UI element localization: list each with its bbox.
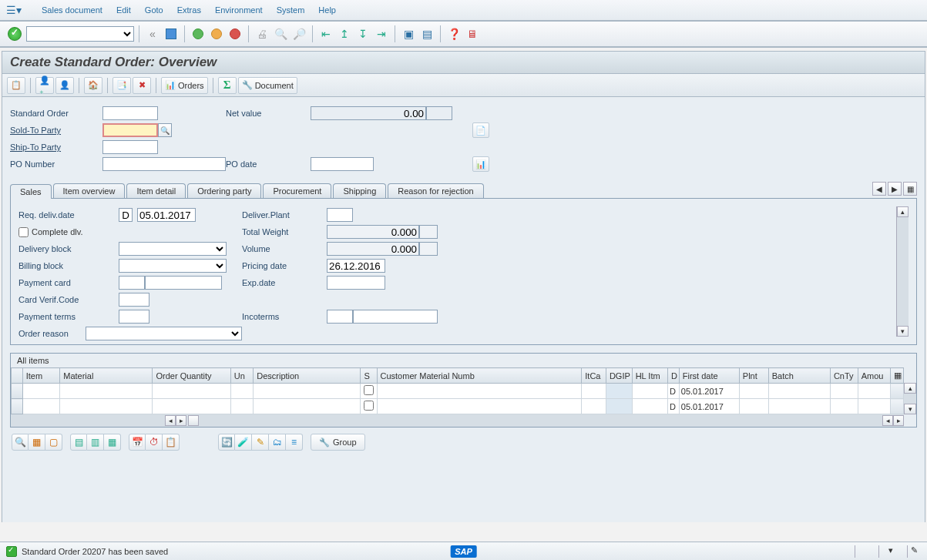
col-material[interactable]: Material bbox=[60, 368, 153, 384]
schedule3-icon[interactable]: 📋 bbox=[163, 434, 180, 451]
row-s-checkbox[interactable] bbox=[364, 385, 374, 395]
tab-prev-button[interactable]: ◀ bbox=[872, 182, 886, 196]
deselect-all-icon[interactable]: ▢ bbox=[45, 434, 62, 451]
hscroll-thumb[interactable] bbox=[188, 415, 199, 426]
ship-to-party-input[interactable] bbox=[102, 140, 158, 154]
config-item3-icon[interactable]: ▦ bbox=[104, 434, 121, 451]
tab-sales[interactable]: Sales bbox=[10, 184, 52, 199]
last-page-icon[interactable]: ⇥ bbox=[373, 25, 390, 42]
sold-to-search-button[interactable]: 🔍 bbox=[158, 123, 172, 137]
tab-item-detail[interactable]: Item detail bbox=[126, 183, 186, 198]
delivery-block-select[interactable] bbox=[119, 242, 227, 256]
hscroll-left[interactable]: ◂ bbox=[165, 415, 176, 426]
complete-dlv-checkbox[interactable] bbox=[18, 227, 29, 237]
create-doc-icon[interactable]: 📄 bbox=[472, 122, 489, 138]
back-icon[interactable] bbox=[190, 25, 207, 42]
tab-procurement[interactable]: Procurement bbox=[263, 183, 331, 198]
po-date-input[interactable] bbox=[311, 157, 374, 171]
col-amou[interactable]: Amou bbox=[858, 368, 890, 384]
req-deliv-type-input[interactable] bbox=[119, 208, 133, 222]
exp-date-input[interactable] bbox=[327, 276, 385, 290]
document-button[interactable]: 🔧 Document bbox=[238, 77, 297, 94]
group-button[interactable]: 🔧 Group bbox=[311, 434, 365, 451]
pricing-date-input[interactable] bbox=[327, 259, 385, 273]
vscroll-down[interactable]: ▾ bbox=[904, 404, 916, 414]
col-config-icon[interactable]: ▦ bbox=[890, 368, 903, 384]
payment-card-num-input[interactable] bbox=[145, 276, 222, 290]
status-right-1[interactable] bbox=[855, 545, 874, 558]
menu-help[interactable]: Help bbox=[318, 5, 336, 15]
table-row[interactable]: D 05.01.2017 bbox=[12, 399, 904, 414]
cancel-icon[interactable] bbox=[227, 25, 244, 42]
tab-item-overview[interactable]: Item overview bbox=[53, 183, 126, 198]
payment-terms-input[interactable] bbox=[119, 310, 149, 324]
col-custmat[interactable]: Customer Material Numb bbox=[377, 368, 582, 384]
hscroll-left2[interactable]: ◂ bbox=[882, 415, 893, 426]
row-s-checkbox[interactable] bbox=[364, 401, 374, 411]
po-number-input[interactable] bbox=[102, 157, 226, 171]
config-icon[interactable]: 📊 bbox=[472, 156, 489, 172]
menu-goto[interactable]: Goto bbox=[145, 5, 163, 15]
menu-icon[interactable]: ☰▾ bbox=[6, 4, 22, 16]
payment-card-type-input[interactable] bbox=[119, 276, 145, 290]
col-hlitm[interactable]: HL Itm bbox=[632, 368, 667, 384]
cond-icon[interactable]: 🧪 bbox=[235, 434, 252, 451]
status-right-3[interactable]: ✎ bbox=[907, 545, 921, 558]
table-row[interactable]: D 05.01.2017 bbox=[12, 384, 904, 399]
help-icon[interactable]: ❓ bbox=[445, 25, 462, 42]
col-qty[interactable]: Order Quantity bbox=[153, 368, 230, 384]
order-reason-select[interactable] bbox=[86, 327, 242, 340]
incoterms1-input[interactable] bbox=[327, 310, 353, 324]
tab-ordering-party[interactable]: Ordering party bbox=[187, 183, 261, 198]
req-deliv-date-input[interactable] bbox=[137, 208, 196, 222]
prev-page-icon[interactable]: ↥ bbox=[336, 25, 353, 42]
sold-to-party-input[interactable] bbox=[102, 123, 158, 137]
cond4-icon[interactable]: ≡ bbox=[286, 434, 303, 451]
cond2-icon[interactable]: ✎ bbox=[252, 434, 269, 451]
save-button[interactable] bbox=[163, 25, 180, 42]
orders-button[interactable]: 📊 Orders bbox=[161, 77, 208, 94]
config-item-icon[interactable]: ▤ bbox=[70, 434, 87, 451]
schedule-icon[interactable]: 📅 bbox=[129, 434, 146, 451]
sigma-button[interactable]: Σ bbox=[218, 77, 237, 94]
home-button[interactable]: 🏠 bbox=[84, 77, 102, 94]
display-doc-button[interactable]: 📋 bbox=[7, 77, 25, 94]
col-batch[interactable]: Batch bbox=[768, 368, 830, 384]
tab-reason-rejection[interactable]: Reason for rejection bbox=[388, 183, 483, 198]
layout-icon[interactable]: 🖥 bbox=[464, 25, 481, 42]
item-button[interactable]: 👤 bbox=[55, 77, 74, 94]
incoterms2-input[interactable] bbox=[353, 310, 438, 324]
hscroll-right2[interactable]: ▸ bbox=[893, 415, 904, 426]
schedule2-icon[interactable]: ⏱ bbox=[146, 434, 163, 451]
menu-system[interactable]: System bbox=[277, 5, 305, 15]
col-firstdate[interactable]: First date bbox=[679, 368, 739, 384]
config-item2-icon[interactable]: ▥ bbox=[87, 434, 104, 451]
propose-items-button[interactable]: 📑 bbox=[113, 77, 131, 94]
back-button[interactable]: « bbox=[144, 25, 161, 42]
card-verif-input[interactable] bbox=[119, 293, 149, 307]
detail-icon[interactable]: 🔍 bbox=[12, 434, 29, 451]
ship-to-party-label[interactable]: Ship-To Party bbox=[10, 143, 102, 152]
sold-to-party-label[interactable]: Sold-To Party bbox=[10, 126, 102, 135]
col-plnt[interactable]: Plnt bbox=[739, 368, 768, 384]
tab-list-button[interactable]: ▦ bbox=[903, 182, 917, 196]
status-right-2[interactable]: ▾ bbox=[878, 545, 902, 558]
menu-sales-document[interactable]: Sales document bbox=[42, 5, 102, 15]
col-un[interactable]: Un bbox=[230, 368, 254, 384]
cond3-icon[interactable]: 🗂 bbox=[269, 434, 286, 451]
col-item[interactable]: Item bbox=[22, 368, 60, 384]
col-desc[interactable]: Description bbox=[254, 368, 361, 384]
hscroll-right[interactable]: ▸ bbox=[176, 415, 186, 426]
reject-button[interactable]: ✖ bbox=[133, 77, 151, 94]
header-button[interactable]: 👤₊ bbox=[35, 77, 54, 94]
tab-next-button[interactable]: ▶ bbox=[888, 182, 902, 196]
first-page-icon[interactable]: ⇤ bbox=[317, 25, 334, 42]
col-cnty[interactable]: CnTy bbox=[830, 368, 858, 384]
deliver-plant-input[interactable] bbox=[327, 208, 353, 222]
exit-icon[interactable] bbox=[208, 25, 225, 42]
menu-extras[interactable]: Extras bbox=[177, 5, 201, 15]
standard-order-input[interactable] bbox=[102, 106, 158, 120]
vscroll-up[interactable]: ▴ bbox=[904, 383, 916, 394]
col-s[interactable]: S bbox=[361, 368, 377, 384]
select-all-icon[interactable]: ▦ bbox=[29, 434, 45, 451]
